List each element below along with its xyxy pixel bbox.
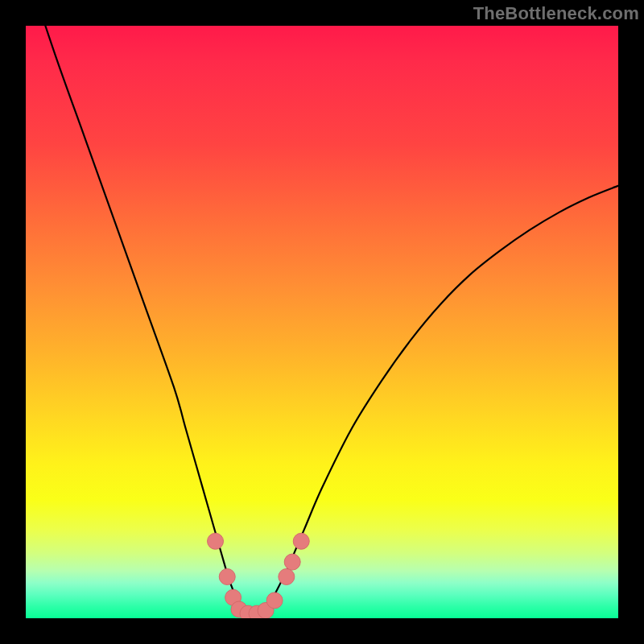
curve-marker [284, 554, 300, 570]
curve-marker [293, 533, 309, 549]
curve-markers [208, 533, 310, 618]
curve-marker [279, 568, 295, 584]
curve-marker [219, 568, 235, 584]
watermark-text: TheBottleneck.com [473, 3, 639, 24]
curve-marker [208, 533, 224, 549]
bottleneck-curve [26, 26, 618, 616]
chart-svg [26, 26, 618, 618]
plot-area [26, 26, 618, 618]
curve-marker [266, 592, 283, 609]
chart-frame: TheBottleneck.com [0, 0, 644, 644]
